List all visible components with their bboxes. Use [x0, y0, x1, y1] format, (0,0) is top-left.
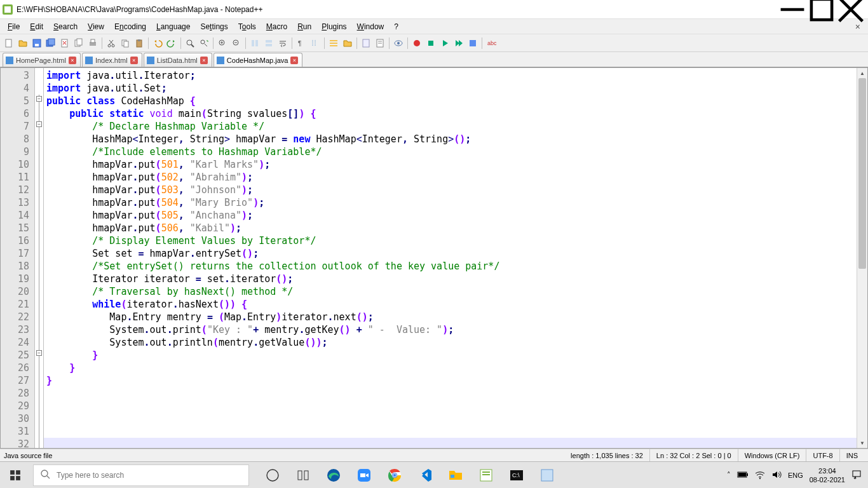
notepadpp-taskbar-icon[interactable]	[473, 462, 499, 489]
code-line[interactable]: HashMap<Integer, String> hmapVar = new H…	[46, 133, 857, 146]
spell-icon[interactable]: abc	[485, 37, 498, 50]
code-line[interactable]: hmapVar.put(502, "Abrahim");	[46, 171, 857, 184]
code-line[interactable]: Iterator iterator = set.iterator();	[46, 273, 857, 285]
menu-search[interactable]: Search	[48, 21, 83, 32]
wrap-icon[interactable]	[276, 37, 289, 50]
status-eol[interactable]: Windows (CR LF)	[738, 449, 807, 461]
code-line[interactable]: /* Declare Hashmap Variable */	[46, 120, 857, 133]
app-icon-generic[interactable]	[534, 462, 560, 489]
notifications-icon[interactable]	[851, 470, 862, 481]
monitor-icon[interactable]	[392, 37, 405, 50]
undo-icon[interactable]	[151, 37, 164, 50]
close-all-icon[interactable]	[72, 37, 85, 50]
menu-edit[interactable]: Edit	[25, 21, 48, 32]
stop-icon[interactable]	[424, 37, 437, 50]
doc-list-icon[interactable]	[374, 37, 386, 50]
vertical-scrollbar[interactable]: ▲ ▼	[857, 68, 867, 448]
print-icon[interactable]	[86, 37, 99, 50]
func-list-icon[interactable]	[327, 37, 340, 50]
zoom-icon[interactable]	[351, 462, 377, 489]
status-insert-mode[interactable]: INS	[840, 449, 864, 461]
volume-icon[interactable]	[771, 470, 782, 480]
tab-close-icon[interactable]: ×	[130, 57, 138, 64]
sync-h-icon[interactable]	[262, 37, 275, 50]
code-line[interactable]: hmapVar.put(501, "Karl Marks");	[46, 158, 857, 171]
menu-encoding[interactable]: Encoding	[109, 21, 151, 32]
code-line[interactable]: /*Include elements to Hashmap Variable*/	[46, 146, 857, 158]
menu-window[interactable]: Window	[352, 21, 390, 32]
close-button[interactable]	[836, 0, 865, 19]
sync-v-icon[interactable]	[248, 37, 261, 50]
vscode-icon[interactable]	[412, 462, 438, 489]
battery-icon[interactable]	[737, 471, 749, 480]
code-line[interactable]: hmapVar.put(506, "Kabil");	[46, 222, 857, 234]
code-line[interactable]: /* Display Element Values by Iterator*/	[46, 234, 857, 247]
cortana-icon[interactable]	[290, 462, 316, 489]
language-indicator[interactable]: ENG	[788, 471, 803, 479]
code-line[interactable]: while(iterator.hasNext()) {	[46, 298, 857, 311]
fold-box-class[interactable]: −	[36, 96, 42, 102]
scroll-thumb[interactable]	[858, 78, 866, 269]
new-file-icon[interactable]	[3, 37, 15, 50]
cut-icon[interactable]	[105, 37, 118, 50]
menu-run[interactable]: Run	[292, 21, 316, 32]
maximize-button[interactable]	[807, 0, 836, 19]
save-all-icon[interactable]	[44, 37, 57, 50]
clock[interactable]: 23:04 08-02-2021	[810, 466, 845, 484]
save-macro-icon[interactable]	[466, 37, 479, 50]
redo-icon[interactable]	[165, 37, 178, 50]
tab-homepage-html[interactable]: HomePage.html×	[3, 53, 81, 67]
wifi-icon[interactable]	[755, 470, 765, 480]
chrome-icon[interactable]	[381, 462, 408, 489]
menu-file[interactable]: File	[3, 21, 25, 32]
code-line[interactable]: Map.Entry mentry = (Map.Entry)iterator.n…	[46, 311, 857, 323]
menu-tools[interactable]: Tools	[233, 21, 261, 32]
menu-view[interactable]: View	[83, 21, 109, 32]
menu-help[interactable]: ?	[389, 21, 403, 32]
replace-icon[interactable]	[198, 37, 210, 50]
code-line[interactable]: hmapVar.put(505, "Anchana");	[46, 209, 857, 222]
doc-map-icon[interactable]	[360, 37, 372, 50]
tab-codehashmap-java[interactable]: CodeHashMap.java×	[214, 53, 303, 67]
start-button[interactable]	[0, 462, 31, 489]
tab-listdata-html[interactable]: ListData.html×	[144, 53, 212, 67]
fold-margin[interactable]: − − −	[35, 68, 44, 448]
edge-icon[interactable]	[320, 462, 347, 489]
menu-close-x[interactable]: ×	[850, 22, 865, 32]
code-line[interactable]: System.out.println(mentry.getValue());	[46, 336, 857, 349]
close-file-icon[interactable]	[58, 37, 71, 50]
fold-box-main[interactable]: −	[36, 121, 42, 127]
code-line[interactable]: Set set = hmapVar.entrySet();	[46, 247, 857, 260]
cmd-icon[interactable]: C:\	[503, 462, 530, 489]
play-icon[interactable]	[438, 37, 451, 50]
play-multi-icon[interactable]	[452, 37, 465, 50]
menu-language[interactable]: Language	[151, 21, 195, 32]
tray-chevron-icon[interactable]: ˄	[727, 471, 731, 479]
code-line[interactable]: public static void main(String svalues[]…	[46, 107, 857, 120]
paste-icon[interactable]	[133, 37, 146, 50]
code-line[interactable]: }	[46, 374, 857, 387]
scroll-down-icon[interactable]: ▼	[857, 438, 867, 448]
code-line[interactable]: import java.util.Iterator;	[46, 69, 857, 82]
code-line[interactable]: /* Traversal by hasNext() method */	[46, 285, 857, 298]
find-icon[interactable]	[184, 37, 196, 50]
status-encoding[interactable]: UTF-8	[806, 449, 839, 461]
zoom-in-icon[interactable]	[216, 37, 229, 50]
tab-close-icon[interactable]: ×	[290, 57, 298, 64]
open-file-icon[interactable]	[17, 37, 29, 50]
code-line[interactable]: }	[46, 349, 857, 362]
menu-macro[interactable]: Macro	[261, 21, 292, 32]
record-icon[interactable]	[410, 37, 423, 50]
copy-icon[interactable]	[119, 37, 132, 50]
tab-close-icon[interactable]: ×	[69, 57, 76, 64]
code-line[interactable]: }	[46, 362, 857, 374]
code-line[interactable]: /*Set entrySet() returns the collection …	[46, 260, 857, 273]
tab-index-html[interactable]: Index.html×	[82, 53, 142, 67]
minimize-button[interactable]	[778, 0, 807, 19]
folder-icon[interactable]	[341, 37, 354, 50]
save-icon[interactable]	[31, 37, 43, 50]
code-line[interactable]: System.out.print("Key : "+ mentry.getKey…	[46, 323, 857, 336]
tab-close-icon[interactable]: ×	[200, 57, 208, 64]
taskbar-search[interactable]: Type here to search	[33, 464, 249, 486]
code-line[interactable]: public class CodeHashMap {	[46, 95, 857, 107]
